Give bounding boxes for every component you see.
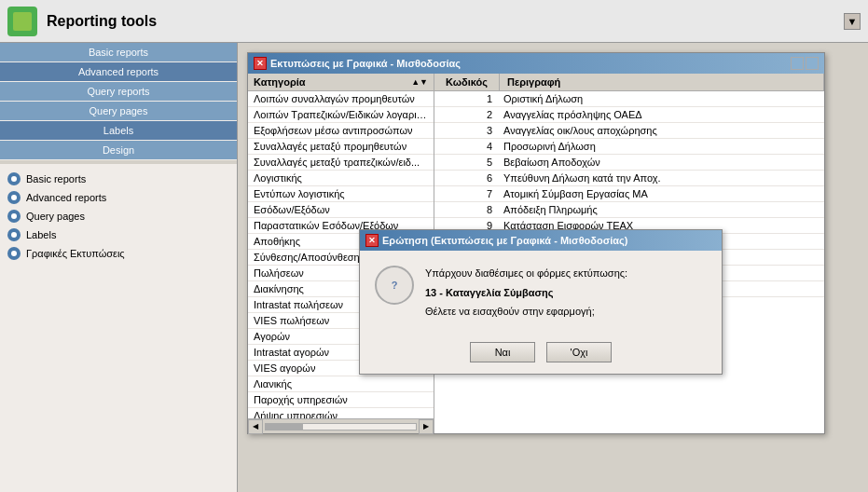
dialog-close-button[interactable]: ✕ [365, 234, 379, 247]
category-item[interactable]: Εσόδων/Εξόδων [248, 202, 434, 218]
header-dropdown[interactable]: ▼ [844, 13, 861, 30]
app-title: Reporting tools [47, 13, 840, 30]
yes-button[interactable]: Ναι [470, 342, 535, 362]
right-list-item[interactable]: 2Αναγγελίας πρόσληψης ΟΑΕΔ [434, 107, 824, 123]
nav-query-pages[interactable]: Query pages [0, 102, 237, 120]
item-desc: Οριστική Δήλωση [500, 93, 824, 104]
nav-design[interactable]: Design [0, 141, 237, 159]
right-list-item[interactable]: 3Αναγγελίας οικ/λους αποχώρησης [434, 123, 824, 139]
scroll-left-button[interactable]: ◀ [248, 419, 263, 434]
nav-basic-reports[interactable]: Basic reports [0, 43, 237, 62]
scroll-thumb[interactable] [266, 424, 303, 430]
bullet-icon [7, 247, 21, 260]
item-code: 3 [434, 125, 500, 136]
header-bar: Reporting tools ▼ [0, 0, 868, 43]
category-item[interactable]: Συναλλαγές μεταξύ προμηθευτών [248, 139, 434, 155]
dialog-window: ✕ Ερώτηση (Εκτυπώσεις με Γραφικά - Μισθο… [359, 229, 723, 375]
dialog-message-line1: Υπάρχουν διαθέσιμες οι φόρμες εκτύπωσης: [425, 266, 707, 281]
item-desc: Προσωρινή Δήλωση [500, 141, 824, 152]
bullet-icon [7, 191, 21, 204]
minimize-button[interactable] [791, 57, 804, 70]
category-item[interactable]: Λοιπών συναλλαγών προμηθευτών [248, 91, 434, 107]
item-code: 4 [434, 141, 500, 152]
dialog-question-icon: ? [375, 266, 414, 305]
bullet-icon [7, 228, 21, 241]
horizontal-scrollbar[interactable]: ◀ ▶ [248, 418, 434, 433]
category-item[interactable]: Λήψης υπηρεσιών [248, 408, 434, 418]
scroll-right-button[interactable]: ▶ [419, 419, 434, 434]
desc-column-header: Περιγραφή [500, 74, 824, 90]
code-column-header: Κωδικός [434, 74, 500, 90]
sidebar-item-labels[interactable]: Labels [0, 226, 237, 244]
right-list-item[interactable]: 4Προσωρινή Δήλωση [434, 139, 824, 155]
item-desc: Αναγγελίας πρόσληψης ΟΑΕΔ [500, 109, 824, 120]
close-button[interactable]: ✕ [254, 57, 267, 70]
category-item[interactable]: Συναλλαγές μεταξύ τραπεζικών/ειδ... [248, 155, 434, 171]
sidebar-item-query-pages[interactable]: Query pages [0, 207, 237, 226]
sidebar-item-basic-reports[interactable]: Basic reports [0, 170, 237, 188]
right-list-item[interactable]: 8Απόδειξη Πληρωμής [434, 202, 824, 218]
category-item[interactable]: Λιανικής [248, 376, 434, 392]
item-code: 8 [434, 204, 500, 215]
item-code: 2 [434, 109, 500, 120]
category-item[interactable]: Εντύπων λογιστικής [248, 186, 434, 202]
sort-icon: ▲▼ [411, 77, 428, 87]
category-item[interactable]: Λοιπών Τραπεζικών/Ειδικών λογαρια... [248, 107, 434, 123]
right-list-item[interactable]: 6Υπεύθυνη Δήλωση κατά την Αποχ. [434, 171, 824, 186]
main-window-titlebar: ✕ Εκτυπώσεις με Γραφικά - Μισθοδοσίας [248, 53, 824, 74]
item-desc: Ατομική Σύμβαση Εργασίας ΜΑ [500, 188, 824, 199]
app-icon [7, 7, 37, 36]
bullet-icon [7, 172, 21, 185]
dialog-buttons: Ναι 'Οχι [360, 335, 722, 374]
scroll-track[interactable] [265, 423, 417, 430]
dialog-body: ? Υπάρχουν διαθέσιμες οι φόρμες εκτύπωση… [360, 251, 722, 335]
sidebar: Basic reports Advanced reports Query rep… [0, 43, 238, 492]
sidebar-menu: Basic reports Advanced reports Query pag… [0, 170, 237, 263]
item-code: 7 [434, 188, 500, 199]
no-button[interactable]: 'Οχι [546, 342, 612, 362]
app-icon-inner [13, 12, 32, 31]
main-window-title: Εκτυπώσεις με Γραφικά - Μισθοδοσίας [270, 58, 791, 69]
window-controls [791, 57, 819, 70]
main-area: ✕ Εκτυπώσεις με Γραφικά - Μισθοδοσίας Κα… [238, 43, 868, 492]
nav-labels[interactable]: Labels [0, 121, 237, 140]
item-code: 1 [434, 93, 500, 104]
item-desc: Βεβαίωση Αποδοχών [500, 157, 824, 168]
right-list-item[interactable]: 1Οριστική Δήλωση [434, 91, 824, 107]
category-item[interactable]: Εξοφλήσεων μέσω αντιπροσώπων [248, 123, 434, 139]
category-item[interactable]: Παροχής υπηρεσιών [248, 392, 434, 408]
item-code: 6 [434, 172, 500, 184]
item-code: 5 [434, 157, 500, 168]
nav-advanced-reports[interactable]: Advanced reports [0, 62, 237, 81]
maximize-button[interactable] [806, 57, 819, 70]
item-desc: Απόδειξη Πληρωμής [500, 204, 824, 215]
dialog-message-line2: 13 - Καταγγελία Σύμβασης [425, 285, 707, 301]
bullet-icon [7, 210, 21, 223]
dialog-message: Υπάρχουν διαθέσιμες οι φόρμες εκτύπωσης:… [425, 266, 707, 320]
sidebar-item-graphic-prints[interactable]: Γραφικές Εκτυπώσεις [0, 244, 237, 263]
category-item[interactable]: Λογιστικής [248, 171, 434, 186]
nav-query-reports[interactable]: Query reports [0, 82, 237, 101]
dialog-title: Ερώτηση (Εκτυπώσεις με Γραφικά - Μισθοδο… [382, 235, 716, 246]
right-list-item[interactable]: 5Βεβαίωση Αποδοχών [434, 155, 824, 171]
right-panel-headers: Κωδικός Περιγραφή [434, 74, 824, 91]
sidebar-divider [0, 160, 237, 164]
item-desc: Αναγγελίας οικ/λους αποχώρησης [500, 125, 824, 136]
category-header: Κατηγορία ▲▼ [248, 74, 434, 91]
dialog-message-line3: Θέλετε να εισαχθούν στην εφαρμογή; [425, 304, 707, 320]
right-list-item[interactable]: 7Ατομική Σύμβαση Εργασίας ΜΑ [434, 186, 824, 202]
dialog-titlebar: ✕ Ερώτηση (Εκτυπώσεις με Γραφικά - Μισθο… [360, 230, 722, 251]
item-desc: Υπεύθυνη Δήλωση κατά την Αποχ. [500, 172, 824, 184]
sidebar-item-advanced-reports[interactable]: Advanced reports [0, 188, 237, 207]
